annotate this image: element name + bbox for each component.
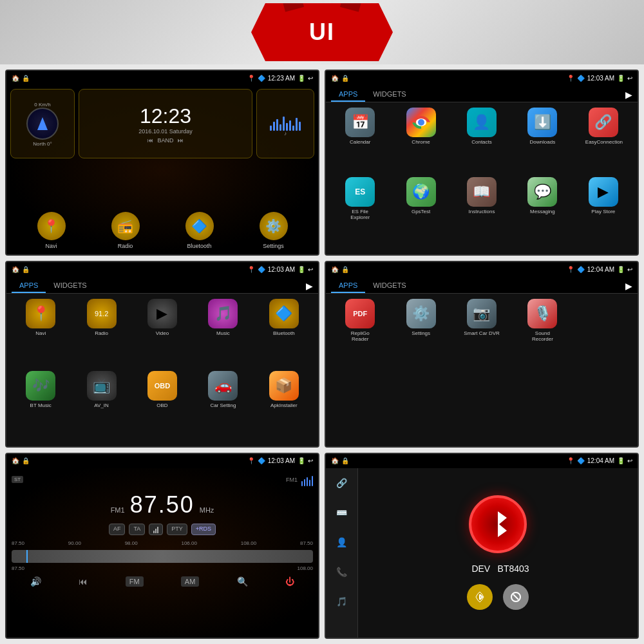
app-bluetooth2[interactable]: 🔷 Bluetooth	[255, 299, 313, 368]
bt-contacts-icon[interactable]: 👤	[332, 533, 352, 552]
am-btn[interactable]: AM	[181, 576, 200, 587]
app-instructions[interactable]: 📖 Instructions	[453, 177, 511, 250]
home-app-radio[interactable]: 📻 Radio	[111, 212, 140, 249]
app-video[interactable]: ▶ Video	[133, 299, 191, 368]
app-carsetting[interactable]: 🚗 Car Setting	[194, 371, 252, 440]
gpstest-icon: 🌍	[406, 177, 436, 207]
radio-note-icon: ♪	[284, 131, 287, 137]
back-icon6[interactable]: ↩	[627, 457, 632, 464]
app-obd[interactable]: OBD OBD	[133, 371, 191, 440]
widget-clock: 12:23 2016.10.01 Saturday ⏮ BAND ⏭	[79, 89, 252, 158]
app-easyconnection[interactable]: 🔗 EasyConnection	[574, 108, 632, 175]
prev-btn[interactable]: ⏮	[79, 576, 88, 587]
bt-accept-btn[interactable]	[467, 584, 493, 610]
lock-icon5: 🔒	[22, 457, 30, 464]
btn-pty[interactable]: PTY	[167, 524, 187, 535]
app-esfile[interactable]: ES ES File Explorer	[331, 177, 389, 250]
radio-vis-bars	[270, 111, 301, 131]
app-contacts[interactable]: 👤 Contacts	[453, 108, 511, 175]
messaging-icon: 💬	[527, 177, 557, 207]
bt-keyboard-icon[interactable]: ⌨️	[332, 503, 352, 522]
app-soundrecorder[interactable]: 🎙️ Sound Recorder	[513, 299, 571, 440]
playstore-icon: ▶	[589, 177, 618, 207]
direction-display: North 0°	[33, 141, 52, 147]
tab-widgets-2[interactable]: WIDGETS	[46, 279, 94, 293]
svg-point-1	[418, 119, 424, 126]
fm-btn[interactable]: FM	[126, 576, 144, 587]
bt-icon3: 🔷	[258, 266, 265, 273]
tab-widgets-3[interactable]: WIDGETS	[365, 279, 413, 293]
bt-music-icon[interactable]: 🎵	[332, 592, 352, 611]
back-icon2[interactable]: ↩	[627, 75, 632, 82]
banner-title: UI	[309, 19, 335, 46]
tab-apps-1[interactable]: APPS	[331, 88, 365, 102]
back-icon5[interactable]: ↩	[308, 457, 313, 464]
music-label: Music	[216, 330, 230, 336]
radio-header: ST FM1	[12, 473, 313, 486]
app-calendar[interactable]: 📅 Calendar	[331, 108, 389, 175]
volume-icon[interactable]: 🔊	[30, 576, 41, 587]
app-messaging[interactable]: 💬 Messaging	[513, 177, 571, 250]
btn-rds[interactable]: +RDS	[191, 524, 216, 535]
ui-ribbon: UI	[251, 3, 393, 61]
back-icon3[interactable]: ↩	[308, 266, 313, 273]
tab-widgets-1[interactable]: WIDGETS	[365, 88, 413, 102]
app-chrome[interactable]: Chrome	[392, 108, 450, 175]
app-music[interactable]: 🎵 Music	[194, 299, 252, 368]
home-app-navi[interactable]: 📍 Navi	[37, 212, 66, 249]
radio-icon: 📻	[111, 212, 140, 240]
band-label-main: FM1	[111, 506, 125, 514]
freq-unit: MHz	[200, 506, 214, 514]
home-icon: 🏠	[12, 75, 19, 82]
bar2	[273, 122, 275, 131]
bt-calls-icon[interactable]: 📞	[332, 562, 352, 582]
btn-af[interactable]: AF	[109, 524, 126, 535]
app-settings2[interactable]: ⚙️ Settings	[392, 299, 450, 440]
btmusic-label: BT Music	[30, 402, 52, 408]
tab-apps-2[interactable]: APPS	[12, 279, 46, 293]
btn-ta[interactable]: TA	[129, 524, 145, 535]
app-gpstest[interactable]: 🌍 GpsTest	[392, 177, 450, 250]
home-icon5: 🏠	[12, 457, 19, 464]
screen-radio: 🏠 🔒 📍 🔷 12:03 AM 🔋 ↩ ST FM1	[5, 453, 319, 639]
screen-apps2: 🏠 🔒 📍 🔷 12:03 AM 🔋 ↩ APPS WIDGETS ▶ 📍 Na…	[5, 261, 319, 447]
power-btn[interactable]: ⏻	[285, 576, 294, 587]
store-icon-1[interactable]: ▶	[625, 90, 632, 100]
store-icon-2[interactable]: ▶	[306, 281, 313, 291]
app-apkinstaller[interactable]: 📦 ApkInstaller	[255, 371, 313, 440]
loc-icon5: 📍	[247, 457, 255, 464]
tab-apps-3[interactable]: APPS	[331, 279, 365, 293]
home-app-bluetooth[interactable]: 🔷 Bluetooth	[185, 212, 214, 249]
app-repligo[interactable]: PDF RepliGo Reader	[331, 299, 389, 440]
app-downloads[interactable]: ⬇️ Downloads	[513, 108, 571, 175]
back-icon[interactable]: ↩	[308, 75, 313, 82]
repligo-icon: PDF	[345, 299, 375, 328]
widgets-area: 0 Km/h North 0° 12:23 2016.10.01 Saturda…	[6, 85, 318, 162]
app-navi2[interactable]: 📍 Navi	[12, 299, 70, 368]
frequency-display: FM1 87.50 MHz	[12, 491, 313, 518]
apps3-content: APPS WIDGETS ▶ PDF RepliGo Reader ⚙️ Set…	[326, 276, 638, 446]
bluetooth2-label: Bluetooth	[273, 330, 295, 336]
home-icon2: 🏠	[331, 75, 339, 82]
navi-label: Navi	[45, 243, 57, 249]
app-radio2[interactable]: 91.2 Radio	[72, 299, 130, 368]
back-icon4[interactable]: ↩	[627, 266, 632, 273]
next-icon[interactable]: ⏭	[178, 137, 184, 144]
app-smartdvr[interactable]: 📷 Smart Car DVR	[453, 299, 511, 440]
store-icon-3[interactable]: ▶	[625, 281, 632, 291]
app-btmusic[interactable]: 🎶 BT Music	[12, 371, 70, 440]
bt-reject-btn[interactable]	[503, 584, 529, 610]
prev-icon[interactable]: ⏮	[147, 137, 153, 144]
app-playstore[interactable]: ▶ Play Store	[574, 177, 632, 250]
bar5	[283, 117, 285, 131]
home-app-settings[interactable]: ⚙️ Settings	[260, 212, 288, 249]
batt-icon4: 🔋	[617, 266, 625, 273]
esfile-label: ES File Explorer	[342, 209, 378, 220]
bar1	[270, 126, 272, 131]
apps-tabs-1: APPS WIDGETS ▶	[326, 85, 638, 102]
search-btn[interactable]: 🔍	[237, 576, 248, 587]
obd-label: OBD	[156, 402, 167, 408]
app-avin[interactable]: 📺 AV_IN	[72, 371, 130, 440]
bt-link-icon[interactable]: 🔗	[332, 473, 352, 493]
radio-function-buttons: AF TA PTY +RDS	[12, 524, 313, 535]
